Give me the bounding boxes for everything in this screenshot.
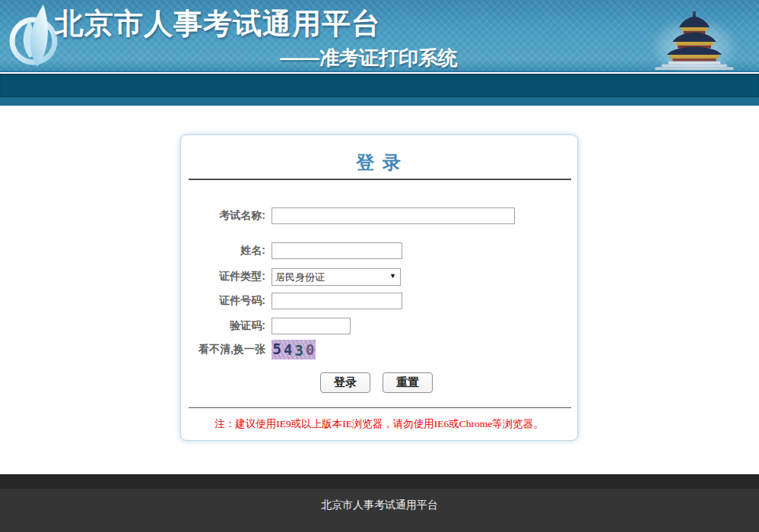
login-title: 登 录 [181,150,577,175]
site-subtitle: ——准考证打印系统 [280,45,458,71]
id-number-label: 证件号码: [181,294,265,308]
captcha-digit: 3 [295,342,306,359]
captcha-refresh-link[interactable]: 看不清,换一张 [181,343,265,356]
nav-bar [0,74,759,97]
title-divider [189,179,571,180]
id-type-label: 证件类型: [181,270,265,283]
captcha-refresh-row: 看不清,换一张 5 4 3 0 [181,339,316,360]
id-type-row: 证件类型: 居民身份证 ▼ [181,268,401,286]
nav-bar-accent [0,97,759,106]
captcha-digit: 0 [306,341,316,358]
footer: 北京市人事考试通用平台 [0,474,759,532]
id-type-select[interactable]: 居民身份证 [272,268,401,286]
exam-name-row: 考试名称: [181,207,515,225]
platform-logo-icon [6,3,61,68]
site-title: 北京市人事考试通用平台 [55,5,381,43]
captcha-row: 验证码: [181,317,351,335]
button-row: 登录 重置 [320,373,433,391]
captcha-digit: 4 [284,341,294,358]
captcha-image[interactable]: 5 4 3 0 [272,340,316,359]
note-divider [189,407,571,408]
captcha-label: 验证码: [181,319,265,333]
name-row: 姓名: [181,242,402,260]
login-button[interactable]: 登录 [320,372,370,393]
captcha-digit: 5 [273,340,284,357]
exam-name-label: 考试名称: [181,209,265,223]
page: 北京市人事考试通用平台 ——准考证打印系统 [0,0,759,532]
id-number-input[interactable] [272,293,402,309]
id-number-row: 证件号码: [181,292,402,310]
exam-name-input[interactable] [272,207,515,224]
name-label: 姓名: [181,244,265,258]
captcha-input[interactable] [272,318,351,334]
temple-of-heaven-image [645,11,744,71]
reset-button[interactable]: 重置 [383,372,433,393]
name-input[interactable] [272,242,402,259]
footer-text: 北京市人事考试通用平台 [0,499,759,512]
login-card: 登 录 考试名称: 姓名: 证件类型: 居民身份证 ▼ 证件号码: [180,135,578,441]
browser-note: 注：建议使用IE9或以上版本IE浏览器，请勿使用IE6或Chrome等浏览器。 [181,417,577,431]
header: 北京市人事考试通用平台 ——准考证打印系统 [0,0,759,72]
id-type-select-wrap: 居民身份证 ▼ [272,268,401,286]
